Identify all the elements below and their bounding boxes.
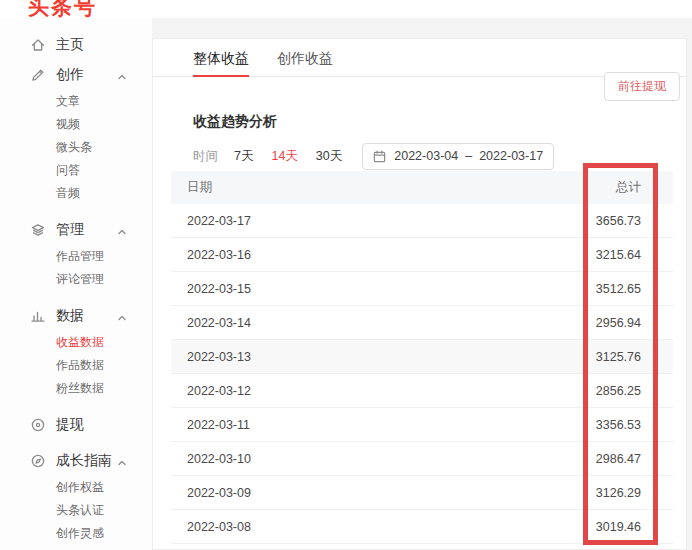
sidebar-item-articles[interactable]: 文章 xyxy=(0,90,152,113)
cell-date: 2022-03-16 xyxy=(171,248,513,262)
sidebar-item-growth-guide[interactable]: 成长指南 xyxy=(0,446,152,476)
cell-total: 3656.73 xyxy=(513,214,673,228)
edit-icon xyxy=(30,67,46,83)
coin-icon xyxy=(30,417,46,433)
tab-overall-revenue[interactable]: 整体收益 xyxy=(193,39,249,77)
cell-date: 2022-03-09 xyxy=(171,486,513,500)
sidebar-item-create[interactable]: 创作 xyxy=(0,60,152,90)
chevron-up-icon[interactable] xyxy=(116,69,128,81)
sidebar-item-creator-rights[interactable]: 创作权益 xyxy=(0,476,152,499)
app-window: 头条号 主页 创作 文章 视频 微头条 问答 音频 管理 作品管理 评论管理 数… xyxy=(0,0,692,550)
chevron-up-icon[interactable] xyxy=(116,310,128,322)
time-filter-label: 时间 xyxy=(193,148,218,165)
filter-14days[interactable]: 14天 xyxy=(271,148,297,165)
sidebar-item-label: 管理 xyxy=(56,221,84,239)
table-row[interactable]: 2022-03-10 2986.47 xyxy=(171,442,673,476)
chevron-up-icon[interactable] xyxy=(116,224,128,236)
sidebar-item-label: 创作 xyxy=(56,66,84,84)
sidebar-item-inspiration[interactable]: 创作灵感 xyxy=(0,522,152,545)
cell-date: 2022-03-11 xyxy=(171,418,513,432)
cell-date: 2022-03-08 xyxy=(171,520,513,534)
date-range-end: 2022-03-17 xyxy=(479,149,543,163)
top-bar: 头条号 xyxy=(0,0,692,18)
time-filter: 时间 7天 14天 30天 2022-03-04 – 2022-03-17 xyxy=(193,142,554,170)
table-row[interactable]: 2022-03-15 3512.65 xyxy=(171,272,673,306)
table-header: 日期 总计 xyxy=(171,171,673,204)
table-row[interactable]: 2022-03-16 3215.64 xyxy=(171,238,673,272)
sidebar-item-revenue-data[interactable]: 收益数据 xyxy=(0,331,152,354)
table-row[interactable]: 2022-03-17 3656.73 xyxy=(171,204,673,238)
column-header-date: 日期 xyxy=(171,179,513,196)
sidebar: 主页 创作 文章 视频 微头条 问答 音频 管理 作品管理 评论管理 数据 收益… xyxy=(0,18,152,550)
table-row[interactable]: 2022-03-12 2856.25 xyxy=(171,374,673,408)
section-title: 收益趋势分析 xyxy=(193,113,277,131)
sidebar-item-toutiao-verify[interactable]: 头条认证 xyxy=(0,499,152,522)
sidebar-item-manage[interactable]: 管理 xyxy=(0,215,152,245)
sidebar-item-audio[interactable]: 音频 xyxy=(0,182,152,205)
table-row[interactable]: 2022-03-11 3356.53 xyxy=(171,408,673,442)
table-row[interactable]: 2022-03-09 3126.29 xyxy=(171,476,673,510)
sidebar-item-content-manage[interactable]: 作品管理 xyxy=(0,245,152,268)
sidebar-item-home[interactable]: 主页 xyxy=(0,30,152,60)
cell-date: 2022-03-17 xyxy=(171,214,513,228)
cell-total: 2956.94 xyxy=(513,316,673,330)
filter-30days[interactable]: 30天 xyxy=(316,148,342,165)
sidebar-item-microheadline[interactable]: 微头条 xyxy=(0,136,152,159)
table-row[interactable]: 2022-03-13 3125.76 xyxy=(171,340,673,374)
sidebar-item-label: 成长指南 xyxy=(56,452,112,470)
date-range-picker[interactable]: 2022-03-04 – 2022-03-17 xyxy=(362,143,554,170)
compass-icon xyxy=(30,453,46,469)
tab-creation-revenue[interactable]: 创作收益 xyxy=(277,39,333,77)
cell-total: 3215.64 xyxy=(513,248,673,262)
table-row[interactable]: 2022-03-08 3019.46 xyxy=(171,510,673,544)
cell-total: 3356.53 xyxy=(513,418,673,432)
sidebar-item-fans-data[interactable]: 粉丝数据 xyxy=(0,377,152,400)
chart-icon xyxy=(30,308,46,324)
cell-total: 3019.46 xyxy=(513,520,673,534)
sidebar-item-label: 数据 xyxy=(56,307,84,325)
filter-7days[interactable]: 7天 xyxy=(234,148,253,165)
table-row[interactable]: 2022-03-14 2956.94 xyxy=(171,306,673,340)
sidebar-item-label: 主页 xyxy=(56,36,84,54)
cell-date: 2022-03-15 xyxy=(171,282,513,296)
cell-date: 2022-03-13 xyxy=(171,350,513,364)
sidebar-item-comment-manage[interactable]: 评论管理 xyxy=(0,268,152,291)
sidebar-item-training-camp[interactable]: 创作训练营 xyxy=(0,545,152,550)
sidebar-item-data[interactable]: 数据 xyxy=(0,301,152,331)
cell-date: 2022-03-14 xyxy=(171,316,513,330)
cell-total: 2986.47 xyxy=(513,452,673,466)
column-header-total: 总计 xyxy=(513,179,673,196)
date-range-separator: – xyxy=(465,149,472,163)
cell-total: 2856.25 xyxy=(513,384,673,398)
cell-total: 3512.65 xyxy=(513,282,673,296)
sidebar-item-videos[interactable]: 视频 xyxy=(0,113,152,136)
chevron-up-icon[interactable] xyxy=(116,455,128,467)
revenue-table: 日期 总计 2022-03-17 3656.73 2022-03-16 3215… xyxy=(171,171,673,544)
layers-icon xyxy=(30,222,46,238)
sidebar-item-label: 提现 xyxy=(56,416,84,434)
date-range-start: 2022-03-04 xyxy=(394,149,458,163)
cell-total: 3125.76 xyxy=(513,350,673,364)
sidebar-item-withdraw[interactable]: 提现 xyxy=(0,410,152,440)
home-icon xyxy=(30,37,46,53)
main-panel: 整体收益 创作收益 前往提现 收益趋势分析 时间 7天 14天 30天 2022… xyxy=(152,38,687,550)
sidebar-item-qa[interactable]: 问答 xyxy=(0,159,152,182)
sidebar-item-content-data[interactable]: 作品数据 xyxy=(0,354,152,377)
cell-date: 2022-03-10 xyxy=(171,452,513,466)
calendar-icon xyxy=(373,150,386,163)
cell-date: 2022-03-12 xyxy=(171,384,513,398)
go-withdraw-button[interactable]: 前往提现 xyxy=(604,72,680,101)
cell-total: 3126.29 xyxy=(513,486,673,500)
